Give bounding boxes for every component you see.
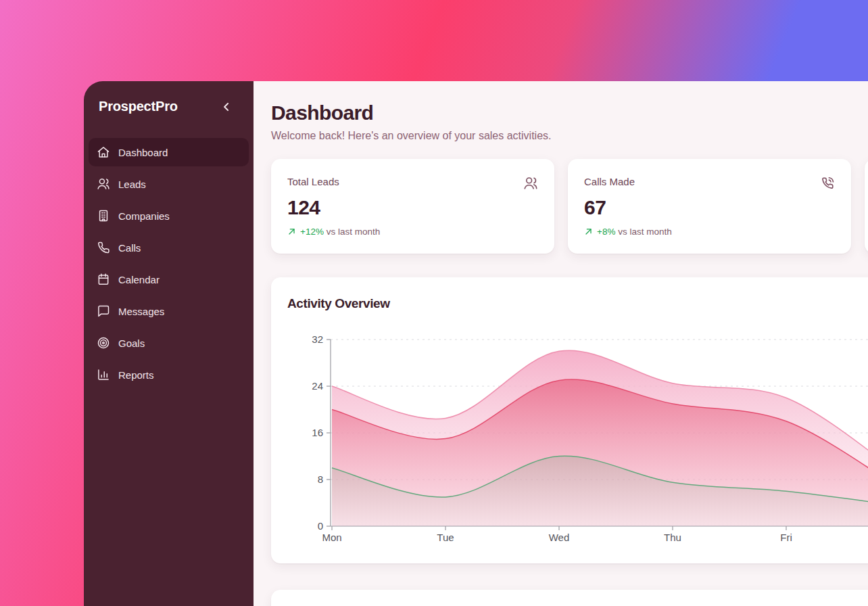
- sidebar-item-messages[interactable]: Messages: [89, 297, 249, 325]
- sidebar-item-leads[interactable]: Leads: [89, 170, 249, 198]
- app-window: ProspectPro DashboardLeadsCompaniesCalls…: [84, 81, 868, 606]
- main-content: Dashboard Welcome back! Here's an overvi…: [254, 81, 868, 606]
- stat-change-percent: +12%: [300, 227, 324, 237]
- message-square-icon: [97, 304, 110, 318]
- target-icon: [97, 336, 110, 350]
- page-subtitle: Welcome back! Here's an overview of your…: [271, 129, 868, 143]
- svg-text:16: 16: [312, 427, 323, 438]
- stat-card-header: Total Leads: [287, 176, 538, 191]
- stat-change-suffix: vs last month: [327, 227, 381, 237]
- home-icon: [97, 145, 110, 159]
- chevron-left-icon: [220, 100, 233, 114]
- stat-card-clipped: [865, 159, 868, 254]
- sidebar-item-label: Calendar: [118, 274, 160, 285]
- svg-text:8: 8: [318, 473, 323, 485]
- phone-call-icon: [820, 176, 835, 191]
- sidebar-item-companies[interactable]: Companies: [89, 202, 249, 230]
- brand-logo: ProspectPro: [99, 99, 178, 114]
- sidebar-nav: DashboardLeadsCompaniesCallsCalendarMess…: [89, 138, 249, 389]
- sidebar-item-label: Dashboard: [118, 147, 168, 158]
- stat-card-header: Calls Made: [584, 176, 835, 191]
- svg-text:Thu: Thu: [664, 532, 681, 543]
- sidebar-item-dashboard[interactable]: Dashboard: [89, 138, 249, 166]
- stat-change-percent: +8%: [597, 227, 615, 237]
- svg-text:Wed: Wed: [549, 532, 570, 543]
- activity-chart: 08162432MonTueWedThuFri: [271, 277, 868, 563]
- page-title: Dashboard: [271, 101, 868, 124]
- sidebar-item-calls[interactable]: Calls: [89, 233, 249, 262]
- sidebar-item-label: Calls: [118, 242, 141, 254]
- stat-card-calls-made: Calls Made 67 +8% vs last month: [568, 159, 851, 254]
- stat-value: 124: [287, 196, 538, 219]
- phone-icon: [97, 241, 110, 254]
- svg-text:Mon: Mon: [322, 532, 341, 543]
- sidebar-collapse-button[interactable]: [220, 100, 233, 114]
- svg-text:Tue: Tue: [437, 532, 454, 543]
- sidebar-item-reports[interactable]: Reports: [89, 360, 249, 389]
- stat-change: +8% vs last month: [584, 227, 835, 237]
- activity-overview-card: Activity Overview 08162432MonTueWedThuFr…: [271, 277, 868, 563]
- users-icon: [97, 177, 110, 191]
- next-section-card: [271, 590, 868, 606]
- calendar-icon: [97, 273, 110, 286]
- arrow-up-right-icon: [287, 227, 296, 236]
- bar-chart-icon: [97, 368, 110, 381]
- stat-label: Calls Made: [584, 176, 635, 187]
- sidebar-header: ProspectPro: [84, 81, 254, 114]
- building-icon: [97, 209, 110, 223]
- stat-change: +12% vs last month: [287, 227, 538, 237]
- sidebar-item-label: Reports: [118, 369, 154, 381]
- sidebar-item-calendar[interactable]: Calendar: [89, 265, 249, 294]
- svg-text:32: 32: [312, 333, 323, 345]
- stat-value: 67: [584, 196, 835, 219]
- stat-card-total-leads: Total Leads 124 +12% vs last month: [271, 159, 554, 254]
- svg-text:24: 24: [312, 380, 323, 392]
- sidebar-item-goals[interactable]: Goals: [89, 329, 249, 357]
- users-icon: [523, 176, 538, 191]
- svg-text:0: 0: [318, 520, 323, 532]
- sidebar-item-label: Messages: [118, 306, 164, 317]
- stat-change-suffix: vs last month: [618, 227, 672, 237]
- arrow-up-right-icon: [584, 227, 593, 236]
- stats-row: Total Leads 124 +12% vs last month Calls…: [271, 159, 868, 254]
- sidebar-item-label: Companies: [118, 210, 170, 222]
- svg-text:Fri: Fri: [780, 532, 792, 543]
- stat-label: Total Leads: [287, 176, 339, 187]
- sidebar-item-label: Leads: [118, 179, 146, 190]
- sidebar: ProspectPro DashboardLeadsCompaniesCalls…: [84, 81, 254, 606]
- sidebar-item-label: Goals: [118, 337, 145, 349]
